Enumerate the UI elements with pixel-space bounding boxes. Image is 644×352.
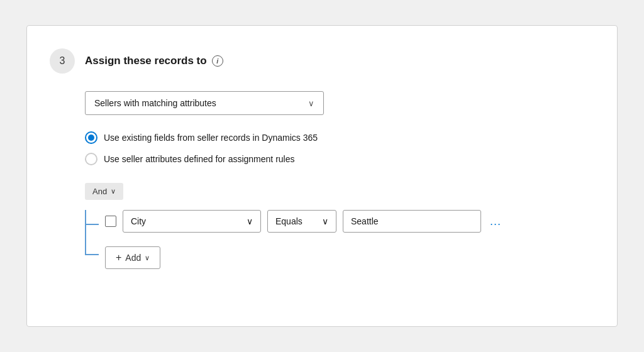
radio-group: Use existing fields from seller records … bbox=[85, 131, 592, 165]
add-label: Add bbox=[125, 253, 141, 263]
condition-row: City ∨ Equals ∨ Seattle ... bbox=[105, 210, 504, 233]
main-card: 3 Assign these records to i Sellers with… bbox=[26, 25, 618, 327]
add-button[interactable]: + Add ∨ bbox=[105, 246, 160, 269]
section-title-text: Assign these records to bbox=[85, 55, 207, 67]
operator-chevron: ∨ bbox=[322, 216, 328, 226]
info-icon[interactable]: i bbox=[212, 55, 223, 67]
field-label: City bbox=[131, 216, 146, 226]
assignment-dropdown-label: Sellers with matching attributes bbox=[94, 98, 216, 108]
radio-circle-2 bbox=[85, 153, 97, 165]
add-chevron: ∨ bbox=[145, 254, 150, 262]
assignment-dropdown-chevron: ∨ bbox=[308, 99, 314, 108]
radio-circle-1 bbox=[85, 131, 97, 144]
plus-icon: + bbox=[116, 252, 121, 263]
content-area: Sellers with matching attributes ∨ Use e… bbox=[85, 91, 592, 269]
field-chevron: ∨ bbox=[247, 216, 253, 226]
and-label: And bbox=[92, 187, 107, 196]
radio-label-1: Use existing fields from seller records … bbox=[104, 133, 318, 143]
radio-option-2[interactable]: Use seller attributes defined for assign… bbox=[85, 153, 592, 165]
section-title: Assign these records to i bbox=[85, 55, 223, 67]
add-row: + Add ∨ bbox=[105, 241, 504, 269]
condition-block: And ∨ City bbox=[85, 183, 592, 269]
operator-label: Equals bbox=[275, 216, 303, 226]
h-line-add bbox=[85, 254, 99, 255]
operator-dropdown[interactable]: Equals ∨ bbox=[267, 210, 336, 233]
and-button[interactable]: And ∨ bbox=[85, 183, 123, 200]
field-dropdown[interactable]: City ∨ bbox=[123, 210, 261, 233]
value-label: Seattle bbox=[351, 216, 379, 226]
h-line-condition bbox=[85, 224, 99, 225]
condition-outer: City ∨ Equals ∨ Seattle ... bbox=[85, 210, 592, 269]
row-checkbox[interactable] bbox=[105, 216, 116, 227]
and-chevron: ∨ bbox=[111, 187, 116, 195]
assignment-dropdown[interactable]: Sellers with matching attributes ∨ bbox=[85, 91, 324, 115]
tree-lines bbox=[85, 210, 99, 269]
value-field[interactable]: Seattle bbox=[343, 210, 481, 233]
radio-label-2: Use seller attributes defined for assign… bbox=[104, 154, 294, 164]
radio-option-1[interactable]: Use existing fields from seller records … bbox=[85, 131, 592, 144]
more-options-button[interactable]: ... bbox=[487, 212, 504, 231]
rows-container: City ∨ Equals ∨ Seattle ... bbox=[105, 210, 504, 269]
step-number: 3 bbox=[50, 48, 75, 74]
section-header: 3 Assign these records to i bbox=[50, 48, 592, 74]
v-line bbox=[85, 210, 86, 255]
